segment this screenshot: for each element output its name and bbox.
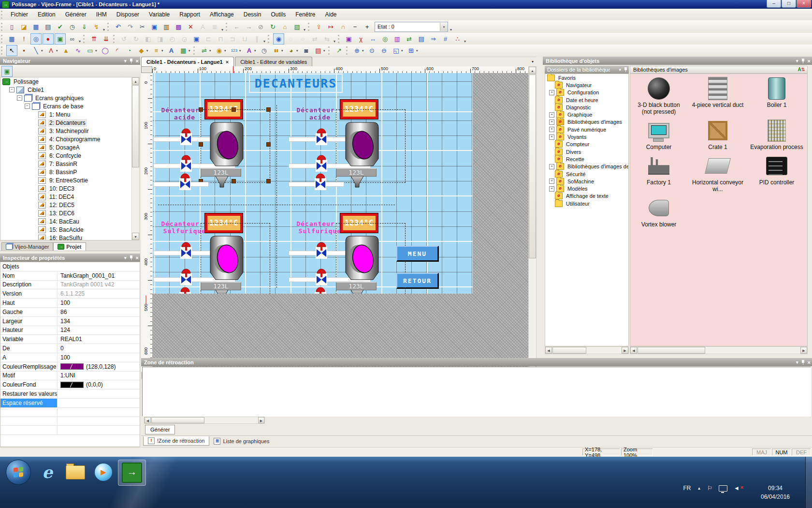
- show-desktop-button[interactable]: [805, 457, 812, 508]
- flip-vertical-icon[interactable]: ◨: [155, 33, 166, 45]
- taskbar-internet-explorer[interactable]: e: [34, 460, 61, 485]
- library-image[interactable]: Evaporation process: [748, 119, 805, 150]
- align-left-icon[interactable]: ⊏: [203, 33, 214, 45]
- line-tool-icon[interactable]: ╲: [30, 45, 42, 56]
- tool-caret-icon[interactable]: ▾: [56, 49, 60, 53]
- panel-close-icon[interactable]: ×: [808, 58, 811, 64]
- state-plus-icon[interactable]: +: [362, 21, 373, 32]
- menu-variable[interactable]: Variable: [144, 9, 174, 20]
- rotate-left-icon[interactable]: ↺: [118, 33, 130, 45]
- valve-icon[interactable]: [315, 154, 328, 172]
- camera-tool-icon[interactable]: ◙: [301, 45, 312, 56]
- save-icon[interactable]: ▦: [30, 21, 42, 32]
- menu-generer[interactable]: Générer: [60, 9, 91, 20]
- property-row-bg-color[interactable]: CouleurFond (0,0,0): [0, 380, 140, 389]
- lines-style-icon[interactable]: ≡: [151, 45, 162, 56]
- menu-affichage[interactable]: Affichage: [205, 9, 239, 20]
- valve-icon[interactable]: [314, 286, 327, 294]
- select-tool-icon[interactable]: ↖: [6, 45, 17, 56]
- validate-icon[interactable]: ✔: [55, 21, 66, 32]
- binoculars-icon[interactable]: ∞: [67, 33, 78, 45]
- tray-expand-icon[interactable]: ▲: [697, 486, 701, 491]
- screen-title-display[interactable]: DECANTEURS: [249, 74, 343, 93]
- menu-rapport[interactable]: Rapport: [174, 9, 205, 20]
- curve-tool-icon[interactable]: ∿: [72, 45, 84, 56]
- page-alert-icon[interactable]: !: [18, 33, 29, 45]
- overflow-chevron-icon[interactable]: ▾: [221, 28, 223, 32]
- feedback-output[interactable]: [142, 367, 811, 417]
- property-row[interactable]: De0: [0, 344, 140, 353]
- tree-item-screen[interactable]: 1: Menu: [0, 110, 131, 119]
- property-row[interactable]: DescriptionTankGraph 0001 v42: [0, 281, 140, 290]
- new-document-icon[interactable]: ▯: [6, 21, 17, 32]
- delete-icon[interactable]: ✕: [185, 21, 196, 32]
- menu-fenetre[interactable]: Fenêtre: [290, 9, 320, 20]
- expand-icon[interactable]: +: [549, 112, 554, 118]
- target-icon[interactable]: ◎: [379, 33, 391, 45]
- tab-generer[interactable]: Générer: [145, 425, 175, 434]
- numeric-display-tool-icon[interactable]: 123: [229, 45, 240, 56]
- report-icon[interactable]: ◷: [67, 21, 78, 32]
- panel-close-icon[interactable]: ×: [808, 359, 811, 365]
- network-icon[interactable]: [719, 485, 727, 492]
- hand-select-icon[interactable]: ⇪: [313, 21, 324, 32]
- pin-icon[interactable]: [129, 255, 133, 260]
- trend-tool-icon[interactable]: ↗: [334, 45, 345, 56]
- library-image[interactable]: Boiler 1: [748, 77, 805, 115]
- zoom-in-tool-icon[interactable]: ⊕: [351, 45, 362, 56]
- expand-icon[interactable]: +: [549, 127, 554, 132]
- menu-fichier[interactable]: Fichier: [6, 9, 33, 20]
- gauge-tool-icon[interactable]: ◕: [286, 45, 297, 56]
- tank-graphic[interactable]: [343, 234, 381, 283]
- valve-icon[interactable]: [180, 268, 192, 286]
- selection-handle[interactable]: [232, 107, 236, 112]
- menu-button[interactable]: MENU: [396, 246, 439, 262]
- scroll-up-icon[interactable]: ▲: [132, 77, 139, 85]
- tank-group-decanteur-5[interactable]: Décanteur 5Sulfurique 1234°C 123L: [153, 213, 274, 294]
- font-icon[interactable]: A: [197, 21, 208, 32]
- grid-tool-icon[interactable]: ⊞: [406, 45, 417, 56]
- tool-caret-icon[interactable]: ▾: [254, 49, 258, 53]
- tree-item-cible1[interactable]: − Cible1: [0, 86, 131, 94]
- tree-item-screen[interactable]: 14: BacEau: [0, 217, 131, 225]
- text-display-tool-icon[interactable]: A: [244, 45, 255, 56]
- export-doc-icon[interactable]: ▧: [291, 21, 303, 32]
- expand-icon[interactable]: +: [549, 120, 554, 125]
- scroll-down-icon[interactable]: ▼: [132, 233, 139, 240]
- refresh-icon[interactable]: ↻: [267, 21, 278, 32]
- property-row[interactable]: Gauche86: [0, 308, 140, 317]
- tree-item-screen[interactable]: 11: DEC4: [0, 193, 131, 201]
- language-indicator[interactable]: FR: [683, 485, 691, 492]
- tree-item-screen[interactable]: 5: DosageA: [0, 143, 131, 151]
- paste-special-icon[interactable]: ▩: [173, 21, 184, 32]
- collapse-icon[interactable]: −: [9, 87, 14, 92]
- node-edit-icon[interactable]: ↦: [325, 21, 336, 32]
- tool-caret-icon[interactable]: ▾: [188, 49, 192, 53]
- tab-close-icon[interactable]: ×: [226, 59, 229, 65]
- tree-item-screen[interactable]: 10: DEC3: [0, 184, 131, 193]
- panel-chevron-icon[interactable]: ▾: [796, 59, 798, 63]
- scroll-left-icon[interactable]: ◀: [145, 417, 151, 423]
- align-top-icon[interactable]: ⊓: [215, 33, 226, 45]
- counter-icon[interactable]: #: [440, 33, 451, 45]
- volume-muted-icon[interactable]: ◄×: [734, 485, 740, 492]
- import-icon[interactable]: ⇓: [79, 21, 90, 32]
- export-icon[interactable]: ⇒: [428, 33, 439, 45]
- expand-icon[interactable]: +: [549, 186, 554, 192]
- scroll-left-icon[interactable]: ◀: [630, 347, 637, 354]
- scroll-up-icon[interactable]: ▲: [529, 67, 536, 74]
- tree-item-screen[interactable]: 7: BassinR: [0, 160, 131, 168]
- valve-icon[interactable]: [180, 154, 192, 172]
- lock-icon[interactable]: ∩: [337, 21, 348, 32]
- property-row[interactable]: Motif1:UNI: [0, 372, 140, 381]
- level-display[interactable]: 123L: [201, 282, 241, 290]
- scroll-left-icon[interactable]: ◀: [545, 347, 552, 354]
- action-center-flag-icon[interactable]: ⚐: [707, 485, 712, 492]
- images-hscrollbar[interactable]: ◀ ▶: [630, 346, 808, 354]
- retour-button[interactable]: RETOUR: [396, 273, 439, 289]
- tab-zone-retroaction[interactable]: ! !Zone de rétroaction: [143, 436, 209, 446]
- menu-ihm[interactable]: IHM: [91, 9, 112, 20]
- level-display[interactable]: 123L: [336, 168, 377, 177]
- selection-handle[interactable]: [232, 179, 236, 183]
- state-minus-icon[interactable]: −: [349, 21, 361, 32]
